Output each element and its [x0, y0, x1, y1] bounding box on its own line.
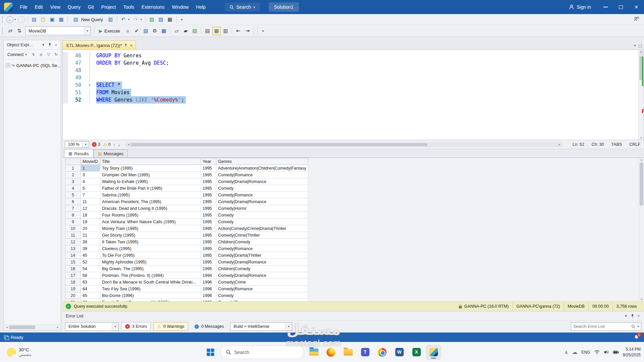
grid-cell[interactable]: 18 [81, 212, 100, 219]
close-tab-icon[interactable]: × [130, 43, 132, 48]
menu-help[interactable]: Help [192, 0, 209, 14]
warnings-filter-button[interactable]: ⚠ 0 Warnings [153, 322, 188, 331]
row-number[interactable]: 6 [65, 198, 81, 205]
open-file-icon[interactable]: ◳ [39, 15, 47, 24]
column-header-genres[interactable]: Genres [216, 158, 308, 165]
close-button[interactable]: × [629, 0, 644, 14]
language-indicator[interactable]: ENG [582, 350, 590, 355]
grid-cell[interactable]: Comedy [216, 219, 308, 225]
grid-cell[interactable]: 1995 [201, 299, 216, 302]
grid-cell[interactable]: Comedy|Crime [216, 279, 308, 286]
breakpoint-margin[interactable] [63, 89, 68, 96]
grid-cell[interactable]: 1995 [201, 205, 216, 212]
title-search-control[interactable]: Search ▾ [225, 3, 260, 11]
grid-cell[interactable]: Dracula: Dead and Loving It (1995) [100, 205, 201, 212]
grid-cell[interactable]: Comedy [216, 185, 308, 192]
grid-cell[interactable]: Action|Comedy|Crime|Drama|Thriller [216, 225, 308, 232]
grid-cell[interactable]: 1995 [201, 185, 216, 192]
grid-cell[interactable]: To Die For (1995) [100, 252, 201, 259]
fold-margin[interactable]: ∨ [86, 81, 94, 89]
breakpoint-margin[interactable] [63, 67, 68, 74]
toolbar-options-chevron[interactable]: ▾ [258, 27, 266, 35]
undo-button[interactable]: ↶ [119, 15, 127, 24]
database-combo[interactable]: MovieDB ▾ [25, 26, 91, 35]
menu-view[interactable]: View [47, 0, 64, 14]
undo-history-chevron[interactable]: ▾ [127, 15, 131, 24]
row-number[interactable]: 17 [65, 272, 81, 279]
execute-button[interactable]: ▶ Execute [96, 27, 123, 35]
grid-cell[interactable]: Big Green, The (1995) [100, 265, 201, 272]
code-editor[interactable]: 46GROUP BY Genres47ORDER BY Genre_Avg DE… [62, 50, 644, 140]
menu-tools[interactable]: Tools [119, 0, 138, 14]
grid-cell[interactable]: 11 [81, 198, 100, 205]
grid-cell[interactable]: 39 [81, 245, 100, 252]
grid-cell[interactable]: French Twist (Gazon maudit) (1995) [100, 299, 201, 302]
menu-project[interactable]: Project [98, 0, 120, 14]
grid-cell[interactable]: 1995 [201, 219, 216, 225]
taskbar-icon-chrome[interactable] [375, 345, 390, 360]
grid-cell[interactable]: Adventure|Animation|Children|Comedy|Fant… [216, 165, 308, 172]
tab-messages[interactable]: ▤ Messages [94, 149, 128, 158]
taskbar-icon-word[interactable] [392, 345, 407, 360]
object-explorer-hscrollbar[interactable]: ◄ ► [4, 324, 60, 329]
grid-cell[interactable]: Money Train (1995) [100, 225, 201, 232]
grid-cell[interactable]: 1995 [201, 239, 216, 245]
grid-cell[interactable]: 65 [81, 292, 100, 299]
weather-widget[interactable]: 30°C مشمس [3, 346, 35, 358]
results-vscrollbar[interactable]: ▲ ▼ [639, 158, 644, 301]
hidden-icons-chevron[interactable]: ∧ [565, 350, 568, 355]
expand-icon[interactable]: + [6, 63, 10, 67]
new-engine-query-icon[interactable]: ▥ [106, 15, 115, 24]
grid-cell[interactable]: 45 [81, 252, 100, 259]
parse-query-icon[interactable]: ✔ [132, 27, 141, 35]
grid-cell[interactable]: Children|Comedy [216, 265, 308, 272]
results-to-text-icon[interactable]: ▤ [203, 27, 212, 35]
toolbar-grip[interactable] [2, 16, 4, 23]
grid-cell[interactable]: Bio-Dome (1996) [100, 292, 201, 299]
chevron-down-icon[interactable]: ▾ [637, 325, 639, 328]
grid-cell[interactable]: 64 [81, 286, 100, 292]
grid-cell[interactable]: 52 [81, 259, 100, 265]
grid-cell[interactable]: 54 [81, 265, 100, 272]
grid-corner[interactable] [65, 158, 81, 165]
active-files-chevron[interactable]: ▾ [634, 44, 636, 48]
taskbar-search[interactable]: Search [220, 346, 304, 359]
grid-cell[interactable]: Comedy [216, 212, 308, 219]
scroll-up-icon[interactable]: ▲ [639, 158, 644, 161]
taskbar-icon-excel[interactable] [409, 345, 424, 360]
messages-filter-button[interactable]: i 0 Messages [191, 322, 227, 331]
code-area[interactable]: 46GROUP BY Genres47ORDER BY Genre_Avg DE… [63, 50, 644, 104]
row-number[interactable]: 18 [65, 279, 81, 286]
grid-cell[interactable]: Comedy|Romance [216, 172, 308, 178]
row-number[interactable]: 7 [65, 205, 81, 212]
menu-extensions[interactable]: Extensions [138, 0, 168, 14]
grid-cell[interactable]: Comedy [216, 292, 308, 299]
breakpoint-margin[interactable] [63, 96, 68, 104]
toolbar-options-chevron[interactable]: ▾ [176, 15, 185, 24]
grid-cell[interactable]: 1995 [201, 245, 216, 252]
results-to-grid-icon[interactable]: ▦ [212, 27, 221, 35]
row-number[interactable]: 1 [65, 165, 81, 172]
grid-cell[interactable]: Waiting to Exhale (1995) [100, 178, 201, 185]
filter-icon[interactable]: ▽ [46, 52, 51, 57]
row-number[interactable]: 3 [65, 178, 81, 185]
row-number[interactable]: 13 [65, 245, 81, 252]
eol-indicator[interactable]: CRLF [629, 142, 640, 147]
column-header-year[interactable]: Year [201, 158, 216, 165]
taskbar-icon-ssms[interactable] [426, 345, 441, 360]
scrollbar-thumb[interactable] [640, 163, 643, 205]
search-icon[interactable] [631, 324, 635, 328]
zoom-combo[interactable]: 100 % ▾ [65, 141, 89, 148]
grid-cell[interactable]: 68 [81, 299, 100, 302]
decrease-indent-icon[interactable]: ⇤ [234, 27, 243, 35]
grid-cell[interactable]: Sabrina (1995) [100, 192, 201, 198]
menu-edit[interactable]: Edit [31, 0, 47, 14]
onedrive-cloud-icon[interactable]: ☁ [572, 349, 578, 355]
grid-cell[interactable]: 7 [81, 192, 100, 198]
grid-cell[interactable]: 20 [81, 225, 100, 232]
grid-cell[interactable]: Toy Story (1995) [100, 165, 201, 172]
grid-cell[interactable]: 58 [81, 272, 100, 279]
new-project-icon[interactable]: ▤ [30, 15, 38, 24]
grid-cell[interactable]: 1995 [201, 178, 216, 185]
object-scripting-icon[interactable]: ▨ [157, 15, 165, 24]
